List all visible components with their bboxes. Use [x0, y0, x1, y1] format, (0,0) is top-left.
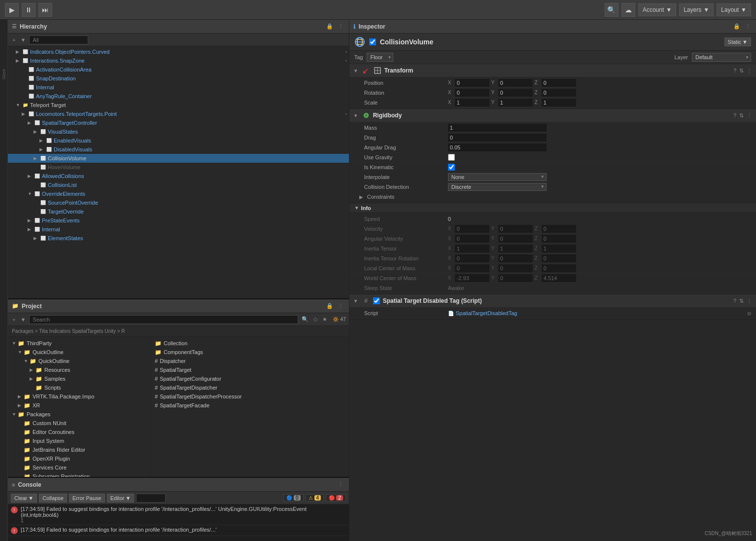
hierarchy-lock-btn[interactable]: 🔒	[325, 23, 335, 30]
inspector-lock-btn[interactable]: 🔒	[732, 23, 742, 30]
hierarchy-item-elementstates[interactable]: ▶ ⬜ ElementStates	[8, 234, 349, 243]
hierarchy-item-visualstates[interactable]: ▶ ⬜ VisualStates	[8, 127, 349, 136]
hierarchy-search-input[interactable]	[29, 36, 88, 44]
rotation-z-input[interactable]	[542, 89, 576, 97]
hierarchy-item-snapdest[interactable]: ⬜ SnapDestination	[8, 74, 349, 83]
hierarchy-item-overrideelements[interactable]: ▼ ⬜ OverrideElements	[8, 189, 349, 198]
project-dropdown-btn[interactable]: ▼	[19, 317, 27, 323]
project-item-thirdparty[interactable]: ▼ 📁 ThirdParty	[8, 339, 150, 348]
hierarchy-item-activation[interactable]: ⬜ ActivationCollisionArea	[8, 65, 349, 74]
object-enabled-checkbox[interactable]	[369, 38, 376, 45]
hierarchy-item-disabledvisuals[interactable]: ▶ ⬜ DisabledVisuals	[8, 145, 349, 154]
project-left-tree[interactable]: ▼ 📁 ThirdParty ▼ 📁 QuickOutline ▼ 📁 Quic…	[8, 337, 151, 477]
play-button[interactable]: ▶	[5, 3, 19, 17]
hierarchy-item-hovervolume[interactable]: ⬜ HoverVolume	[8, 163, 349, 172]
project-item-packages[interactable]: ▼ 📁 Packages	[8, 410, 150, 419]
step-button[interactable]: ⏭	[38, 3, 52, 17]
project-more-btn[interactable]: ⋮	[337, 303, 345, 309]
rigidbody-settings-btn[interactable]: ⇅	[739, 112, 744, 119]
project-item-editorcoroutines[interactable]: 📁 Editor Coroutines	[8, 428, 150, 436]
console-message-2[interactable]: ! [17:34:59] Failed to suggest bindings …	[8, 525, 349, 536]
rotation-y-input[interactable]	[498, 89, 533, 97]
project-item-subsystemreg[interactable]: 📁 Subsystem Registration	[8, 472, 150, 477]
script-help-btn[interactable]: ?	[733, 298, 736, 304]
interpolate-select[interactable]: None	[448, 173, 547, 181]
hierarchy-more-btn[interactable]: ⋮	[337, 23, 345, 30]
clear-dropdown-arrow[interactable]: ▼	[28, 495, 34, 501]
tag-select-wrap[interactable]: Floor	[367, 53, 393, 62]
project-item-vrtk[interactable]: ▶ 📁 VRTK.Tilia.Package.Impo	[8, 392, 150, 401]
rigidbody-more-btn[interactable]: ⋮	[747, 112, 752, 119]
hierarchy-item-enabledvisuals[interactable]: ▶ ⬜ EnabledVisuals	[8, 136, 349, 145]
hierarchy-item-indicators-objectpointers[interactable]: ▶ ⬜ Indicators.ObjectPointers.Curved ›	[8, 47, 349, 56]
layers-dropdown[interactable]: Layers ▼	[679, 3, 714, 16]
collision-detection-select[interactable]: Discrete	[448, 183, 547, 191]
transform-help-btn[interactable]: ?	[733, 68, 736, 73]
spatial-target-script-header[interactable]: ▼ # Spatial Target Disabled Tag (Script)…	[349, 294, 756, 307]
project-file-dispatcher[interactable]: # Dispatcher	[151, 357, 349, 365]
project-file-spatialtargetfacade[interactable]: # SpatialTargetFacade	[151, 401, 349, 410]
project-item-servicescore[interactable]: 📁 Services Core	[8, 463, 150, 472]
console-content[interactable]: ! [17:34:59] Failed to suggest bindings …	[8, 505, 349, 541]
project-item-inputsystem[interactable]: 📁 Input System	[8, 436, 150, 445]
project-file-spatialtargetconfigurator[interactable]: # SpatialTargetConfigurator	[151, 374, 349, 383]
hierarchy-item-locomotors[interactable]: ▶ ⬜ Locomotors.TeleportTargets.Point ›	[8, 109, 349, 118]
filter-icon[interactable]: ◇	[312, 316, 319, 323]
script-more-btn[interactable]: ⋮	[747, 298, 752, 304]
use-gravity-checkbox[interactable]	[448, 154, 455, 161]
hierarchy-content[interactable]: ▶ ⬜ Indicators.ObjectPointers.Curved › ▶…	[8, 46, 349, 298]
static-button[interactable]: Static ▼	[724, 37, 751, 46]
console-message-1[interactable]: ! [17:34:59] Failed to suggest bindings …	[8, 505, 349, 525]
hierarchy-item-interactions-snapzone[interactable]: ▶ ⬜ Interactions.SnapZone ›	[8, 56, 349, 65]
is-kinematic-checkbox[interactable]	[448, 164, 455, 171]
project-search-input[interactable]	[29, 315, 298, 324]
rotation-x-input[interactable]	[455, 89, 489, 97]
scale-z-input[interactable]	[542, 99, 576, 107]
hierarchy-dropdown-btn[interactable]: ▼	[19, 37, 27, 43]
transform-more-btn[interactable]: ⋮	[747, 68, 752, 74]
pause-button[interactable]: ⏸	[22, 3, 35, 17]
hierarchy-item-collisionvolume[interactable]: ▶ ⬜ CollisionVolume	[8, 154, 349, 163]
inspector-content[interactable]: CollisionVolume Static ▼ Tag Floor Layer	[349, 34, 756, 541]
hierarchy-item-prestateevents[interactable]: ▶ ⬜ PreStateEvents	[8, 216, 349, 225]
hierarchy-item-targetoverride[interactable]: ⬜ TargetOverride	[8, 207, 349, 216]
project-item-scripts[interactable]: 📁 Scripts	[8, 383, 150, 392]
layer-select-wrap[interactable]: Default	[692, 53, 751, 62]
editor-button[interactable]: Editor ▼	[107, 494, 135, 503]
project-item-jetbrains[interactable]: 📁 JetBrains Rider Editor	[8, 445, 150, 454]
project-item-quickoutline2[interactable]: ▼ 📁 QuickOutline	[8, 357, 150, 365]
project-file-spatialtarget[interactable]: # SpatialTarget	[151, 365, 349, 374]
transform-settings-btn[interactable]: ⇅	[739, 68, 744, 74]
info-header[interactable]: ▼ Info	[349, 203, 756, 213]
scale-x-input[interactable]	[455, 99, 489, 107]
project-add-btn[interactable]: +	[11, 317, 17, 323]
layer-select[interactable]: Default	[692, 53, 751, 62]
rigidbody-header[interactable]: ▼ Rigidbody ? ⇅ ⋮	[349, 109, 756, 122]
clear-button[interactable]: Clear ▼	[11, 494, 37, 503]
collision-detection-dropdown-wrap[interactable]: Discrete	[448, 183, 547, 191]
drag-input[interactable]	[448, 134, 547, 142]
project-file-collection[interactable]: 📁 Collection	[151, 339, 349, 348]
project-file-spatialtargetdispatcherprocessor[interactable]: # SpatialTargetDispatcherProcessor	[151, 392, 349, 401]
project-file-componenttags[interactable]: 📁 ComponentTags	[151, 348, 349, 357]
cloud-icon-btn[interactable]: ☁	[621, 3, 635, 17]
layout-dropdown[interactable]: Layout ▼	[717, 3, 751, 16]
project-item-quickoutline1[interactable]: ▼ 📁 QuickOutline	[8, 348, 150, 357]
script-target-btn[interactable]: ⊙	[747, 311, 751, 316]
angular-drag-input[interactable]	[448, 144, 547, 151]
constraints-row[interactable]: ▶ Constraints	[349, 192, 756, 202]
hierarchy-item-teleport-target[interactable]: ▼ 📁 Teleport Target	[8, 101, 349, 109]
star-icon[interactable]: ★	[321, 316, 329, 323]
account-dropdown[interactable]: Account ▼	[638, 3, 676, 16]
position-z-input[interactable]	[542, 79, 576, 87]
project-item-openxr[interactable]: 📁 OpenXR Plugin	[8, 454, 150, 463]
scale-y-input[interactable]	[498, 99, 533, 107]
search-icon-btn[interactable]: 🔍	[605, 3, 619, 17]
collapse-button[interactable]: Collapse	[39, 494, 67, 503]
hierarchy-item-internal1[interactable]: ⬜ Internal	[8, 83, 349, 92]
position-y-input[interactable]	[498, 79, 533, 87]
script-settings-btn[interactable]: ⇅	[739, 298, 744, 304]
hierarchy-item-allowedcollisions[interactable]: ▶ ⬜ AllowedCollisions	[8, 172, 349, 180]
error-pause-button[interactable]: Error Pause	[69, 494, 105, 503]
hierarchy-item-spatialtarget[interactable]: ▶ ⬜ SpatialTargetController	[8, 118, 349, 127]
